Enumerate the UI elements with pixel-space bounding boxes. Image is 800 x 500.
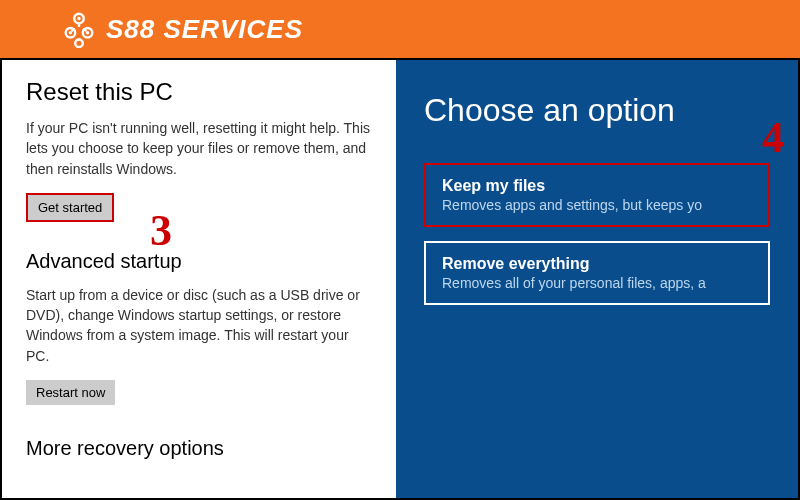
- choose-option-heading: Choose an option: [424, 92, 770, 129]
- remove-everything-option[interactable]: Remove everything Removes all of your pe…: [424, 241, 770, 305]
- annotation-step-4: 4: [762, 112, 784, 163]
- restart-now-button[interactable]: Restart now: [26, 380, 115, 405]
- s88-logo-icon: [60, 10, 98, 48]
- keep-my-files-option[interactable]: Keep my files Removes apps and settings,…: [424, 163, 770, 227]
- option-title: Remove everything: [442, 255, 752, 273]
- get-started-button[interactable]: Get started: [26, 193, 114, 222]
- choose-option-panel: Choose an option 4 Keep my files Removes…: [396, 60, 798, 498]
- svg-point-3: [69, 31, 72, 34]
- brand-banner: S88 SERVICES: [0, 0, 800, 58]
- reset-pc-heading: Reset this PC: [26, 78, 372, 106]
- advanced-startup-heading: Advanced startup: [26, 250, 372, 273]
- recovery-settings-panel: Reset this PC If your PC isn't running w…: [2, 60, 396, 498]
- reset-pc-desc: If your PC isn't running well, resetting…: [26, 118, 372, 179]
- more-recovery-heading: More recovery options: [26, 437, 372, 460]
- advanced-startup-desc: Start up from a device or disc (such as …: [26, 285, 372, 366]
- option-desc: Removes all of your personal files, apps…: [442, 275, 752, 291]
- content-area: Reset this PC If your PC isn't running w…: [0, 58, 800, 500]
- option-desc: Removes apps and settings, but keeps yo: [442, 197, 752, 213]
- svg-point-1: [77, 17, 80, 20]
- annotation-step-3: 3: [150, 205, 172, 256]
- svg-point-5: [86, 31, 89, 34]
- svg-point-6: [75, 39, 83, 47]
- option-title: Keep my files: [442, 177, 752, 195]
- brand-text: S88 SERVICES: [106, 14, 303, 45]
